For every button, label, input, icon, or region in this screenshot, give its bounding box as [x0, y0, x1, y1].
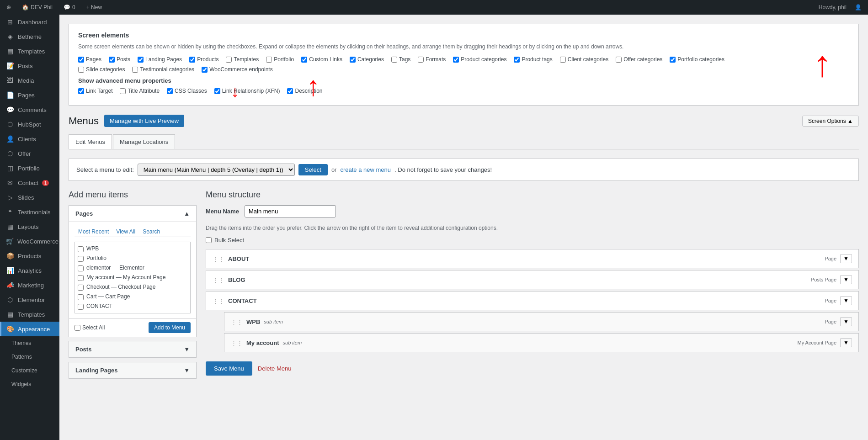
checkbox-checkout[interactable] [78, 285, 84, 291]
checkbox-contact[interactable] [78, 304, 84, 310]
sidebar-item-clients[interactable]: 👤 Clients [0, 132, 59, 146]
sidebar-item-customize[interactable]: Customize [0, 364, 59, 377]
sidebar-item-woocommerce[interactable]: 🛒 WooCommerce [0, 234, 59, 249]
sidebar-item-patterns[interactable]: Patterns [0, 350, 59, 364]
sidebar-item-hubspot[interactable]: ⬡ HubSpot [0, 117, 59, 132]
bulk-select-checkbox[interactable] [206, 237, 212, 243]
checkbox-cart[interactable] [78, 294, 84, 300]
sidebar-item-betheme[interactable]: ◈ Betheme [0, 29, 59, 44]
checkbox-myaccount[interactable] [78, 275, 84, 281]
checkbox-landing-pages[interactable]: Landing Pages [138, 56, 182, 63]
list-item: My account — My Account Page [77, 273, 188, 282]
sidebar-item-media[interactable]: 🖼 Media [0, 73, 59, 88]
checkbox-product-tags[interactable]: Product tags [514, 56, 552, 63]
expand-blog-button[interactable]: ▼ [840, 275, 852, 284]
menu-item-header-wpb-sub[interactable]: ⋮⋮ WPB sub item Page ▼ [224, 313, 858, 331]
tab-edit-menus[interactable]: Edit Menus [69, 134, 112, 149]
bulk-select-label: Bulk Select [214, 237, 244, 244]
menu-name-input[interactable] [245, 205, 336, 217]
tab-most-recent[interactable]: Most Recent [75, 227, 112, 237]
checkbox-portfolio[interactable] [78, 256, 84, 262]
wp-logo[interactable]: ⊕ [4, 0, 14, 15]
new-content[interactable]: + New [84, 0, 105, 15]
sidebar-item-pages[interactable]: 📄 Pages [0, 88, 59, 102]
checkbox-pages[interactable]: Pages [78, 56, 101, 63]
checkbox-tags[interactable]: Tags [391, 56, 410, 63]
sidebar-item-templates-top[interactable]: ▤ Templates [0, 44, 59, 58]
checkbox-link-relationship[interactable]: Link Relationship (XFN) [214, 88, 280, 94]
pages-list-scroll[interactable]: WPB Portfolio elementor — Elementor [75, 242, 191, 313]
checkbox-products[interactable]: Products [189, 56, 218, 63]
checkbox-testimonial-categories[interactable]: Testimonial categories [132, 66, 194, 73]
sidebar-item-layouts[interactable]: ▦ Layouts [0, 219, 59, 234]
checkbox-custom-links[interactable]: Custom Links [301, 56, 342, 63]
sidebar-item-analytics[interactable]: 📊 Analytics [0, 263, 59, 278]
sidebar-item-themes[interactable]: Themes [0, 336, 59, 350]
sidebar-item-portfolio[interactable]: ◫ Portfolio [0, 161, 59, 175]
create-new-menu-link[interactable]: create a new menu [340, 166, 391, 173]
sidebar-label-layouts: Layouts [18, 223, 39, 230]
sidebar-item-testimonials[interactable]: ❝ Testimonials [0, 205, 59, 219]
select-all-checkbox[interactable] [75, 325, 80, 331]
checkbox-portfolio-categories[interactable]: Portfolio categories [670, 56, 724, 63]
select-all-label[interactable]: Select All [75, 324, 105, 331]
checkbox-offer-categories[interactable]: Offer categories [616, 56, 662, 63]
delete-menu-link[interactable]: Delete Menu [258, 365, 292, 372]
expand-myaccount-button[interactable]: ▼ [840, 338, 852, 347]
checkbox-description[interactable]: Description [287, 88, 322, 94]
checkbox-product-categories[interactable]: Product categories [453, 56, 506, 63]
sidebar-item-offer[interactable]: ⬡ Offer [0, 146, 59, 161]
menu-item-header-about[interactable]: ⋮⋮ ABOUT Page ▼ [206, 249, 858, 268]
comments-link[interactable]: 💬 0 [61, 0, 78, 15]
sidebar-item-comments[interactable]: 💬 Comments [0, 102, 59, 117]
sidebar-item-elementor[interactable]: ⬡ Elementor [0, 292, 59, 307]
checkbox-templates[interactable]: Templates [226, 56, 259, 63]
menu-item-header-myaccount-sub[interactable]: ⋮⋮ My account sub item My Account Page ▼ [224, 334, 858, 352]
tab-search[interactable]: Search [139, 227, 164, 237]
checkbox-slide-categories[interactable]: Slide categories [78, 66, 125, 73]
sidebar-item-contact[interactable]: ✉ Contact 1 [0, 175, 59, 190]
checkbox-link-target[interactable]: Link Target [78, 88, 112, 94]
save-menu-button[interactable]: Save Menu [206, 361, 252, 376]
checkbox-portfolio[interactable]: Portfolio [266, 56, 294, 63]
select-menu-button[interactable]: Select [298, 164, 328, 175]
expand-about-button[interactable]: ▼ [840, 254, 852, 263]
checkbox-elementor[interactable] [78, 265, 84, 271]
checkbox-formats[interactable]: Formats [418, 56, 446, 63]
sidebar-item-marketing[interactable]: 📣 Marketing [0, 278, 59, 292]
checkbox-title-attribute[interactable]: Title Attribute [120, 88, 160, 94]
sidebar-item-dashboard[interactable]: ⊞ Dashboard [0, 15, 59, 29]
menu-item-name-myaccount: My account [246, 339, 279, 346]
screen-options-button[interactable]: Screen Options ▲ [802, 116, 859, 127]
menu-item-header-contact[interactable]: ⋮⋮ CONTACT Page ▼ [206, 292, 858, 310]
checkbox-wpb[interactable] [78, 246, 84, 252]
accordion-header-landing-pages[interactable]: Landing Pages ▼ [69, 362, 196, 379]
menu-item-name-blog: BLOG [228, 276, 245, 283]
accordion-header-pages[interactable]: Pages ▲ [69, 206, 196, 222]
checkbox-client-categories[interactable]: Client categories [560, 56, 608, 63]
add-to-menu-button[interactable]: Add to Menu [149, 322, 191, 333]
tab-manage-locations[interactable]: Manage Locations [113, 134, 175, 149]
tab-view-all[interactable]: View All [112, 227, 139, 237]
site-name[interactable]: 🏠 DEV Phil [19, 0, 55, 15]
expand-wpb-button[interactable]: ▼ [840, 317, 852, 326]
checkbox-categories[interactable]: Categories [350, 56, 384, 63]
sidebar-item-appearance[interactable]: 🎨 Appearance [0, 322, 59, 336]
checkbox-css-classes[interactable]: CSS Classes [167, 88, 207, 94]
sidebar-item-templates2[interactable]: ▤ Templates [0, 307, 59, 322]
sidebar-item-widgets[interactable]: Widgets [0, 377, 59, 391]
live-preview-button[interactable]: Manage with Live Preview [104, 115, 184, 127]
drag-handle-blog: ⋮⋮ [213, 276, 224, 283]
expand-contact-button[interactable]: ▼ [840, 296, 852, 305]
sidebar-item-slides[interactable]: ▷ Slides [0, 190, 59, 205]
menu-item-name-contact: CONTACT [228, 297, 257, 304]
user-avatar[interactable]: 👤 [852, 0, 864, 15]
checkbox-posts[interactable]: Posts [109, 56, 130, 63]
checkbox-woo-endpoints[interactable]: WooCommerce endpoints [202, 66, 273, 73]
sidebar-item-posts[interactable]: 📝 Posts [0, 58, 59, 73]
menu-item-header-blog[interactable]: ⋮⋮ BLOG Posts Page ▼ [206, 270, 858, 289]
accordion-body-pages: Most Recent View All Search WPB Portfoli… [69, 222, 196, 318]
accordion-header-posts[interactable]: Posts ▼ [69, 341, 196, 358]
sidebar-item-products[interactable]: 📦 Products [0, 249, 59, 263]
menu-select-dropdown[interactable]: Main menu (Main Menu | depth 5 (Overlay … [138, 164, 295, 176]
